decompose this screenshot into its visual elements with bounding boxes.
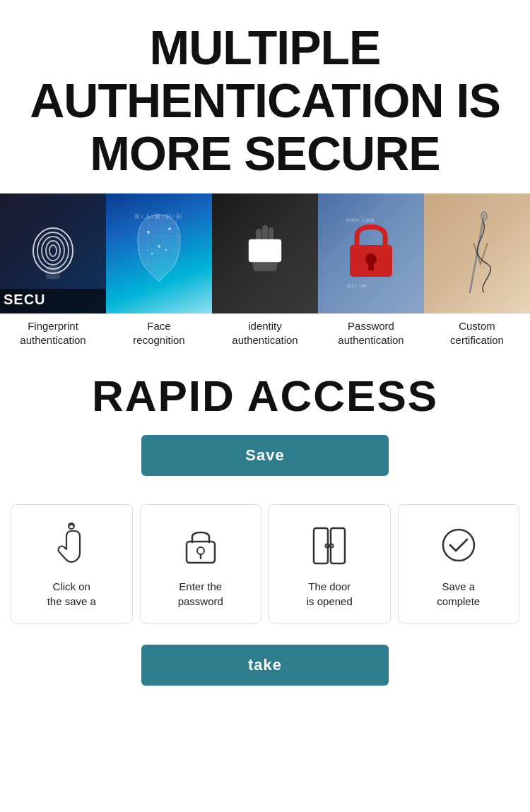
password-lock-icon: 01010 11010 1011 100 [343, 211, 399, 296]
svg-text:面 / 人 / 脸 / 识 / 别: 面 / 人 / 脸 / 识 / 别 [134, 213, 182, 220]
auth-type-custom: Custom certification [424, 193, 530, 350]
rapid-access-section: RAPID ACCESS Save [0, 350, 530, 504]
svg-point-37 [443, 530, 474, 561]
auth-type-face: 面 / 人 / 脸 / 识 / 别 Face recognition [106, 193, 212, 350]
step-click: Click on the save a [11, 504, 133, 623]
step-click-label: Click on the save a [47, 579, 96, 609]
svg-point-3 [46, 241, 60, 261]
step-door: The door is opened [269, 504, 391, 623]
take-button[interactable]: take [141, 645, 389, 686]
check-circle-icon [437, 523, 480, 568]
fingerprint-image: SECU [0, 193, 106, 314]
steps-section: Click on the save a Enter the password [0, 504, 530, 623]
svg-text:01010 11010: 01010 11010 [346, 217, 375, 222]
password-label: Password authentication [335, 314, 406, 350]
svg-text:1011 100: 1011 100 [346, 283, 367, 288]
face-label: Face recognition [130, 314, 187, 350]
step-door-label: The door is opened [307, 579, 353, 609]
svg-rect-5 [46, 266, 60, 279]
svg-rect-21 [249, 239, 281, 262]
rapid-title: RAPID ACCESS [14, 371, 516, 421]
save-button[interactable]: Save [141, 435, 389, 476]
auth-type-identity: identity authentication [212, 193, 318, 350]
auth-type-password: 01010 11010 1011 100 Password authentica… [318, 193, 424, 350]
header-section: MULTIPLE AUTHENTICATION IS MORE SECURE [0, 0, 530, 193]
identity-image [212, 193, 318, 314]
svg-point-4 [49, 245, 57, 256]
door-icon [308, 523, 351, 568]
svg-rect-30 [187, 542, 215, 563]
lock-icon [179, 523, 222, 568]
svg-point-8 [158, 245, 160, 248]
step-complete-label: Save a complete [437, 579, 480, 609]
svg-point-9 [151, 253, 153, 255]
identity-card-icon [233, 208, 297, 299]
custom-image [424, 193, 530, 314]
fingerprint-label: Fingerprint authentication [17, 314, 88, 350]
svg-rect-24 [368, 262, 374, 270]
step-complete: Save a complete [398, 504, 520, 623]
main-title: MULTIPLE AUTHENTICATION IS MORE SECURE [14, 21, 516, 179]
custom-label: Custom certification [447, 314, 507, 350]
step-password: Enter the password [140, 504, 262, 623]
face-recognition-icon: 面 / 人 / 脸 / 识 / 别 [127, 208, 191, 299]
take-section: take [0, 638, 530, 714]
step-password-label: Enter the password [178, 579, 223, 609]
face-image: 面 / 人 / 脸 / 识 / 别 [106, 193, 212, 314]
needle-thread-icon [449, 208, 505, 299]
finger-touch-icon [50, 523, 93, 568]
svg-point-7 [168, 227, 171, 230]
auth-types-grid: SECU Fingerprint authentication 面 / 人 / … [0, 193, 530, 350]
svg-point-31 [197, 547, 204, 554]
password-image: 01010 11010 1011 100 [318, 193, 424, 314]
fingerprint-overlay-text: SECU [4, 292, 46, 308]
auth-type-fingerprint: SECU Fingerprint authentication [0, 193, 106, 350]
identity-label: identity authentication [229, 314, 300, 350]
fingerprint-icon [28, 222, 78, 279]
